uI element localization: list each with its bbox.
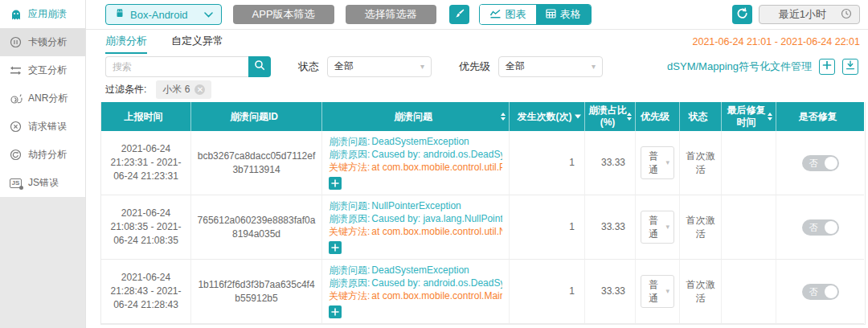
view-toggle: 图表 表格 [479,4,592,25]
sidebar-item-lag-analysis[interactable]: 卡顿分析 [0,28,85,56]
crash-problem-link[interactable]: DeadSystemException [371,264,469,276]
view-table-label: 表格 [560,7,581,22]
col-header-occurrences[interactable]: 发生次数(次) [510,102,585,131]
col-header-crash-problem[interactable]: 崩溃问题 [322,102,510,131]
refresh-button[interactable] [732,5,752,24]
cell-crash-problem: 崩溃问题:NullPointerException 崩溃原因:Caused by… [322,195,510,260]
app-root: 应用崩溃 卡顿分析 交互分析 ANR分析 请求错误 [0,0,868,328]
col-header-last-fix-time[interactable]: 最后修复时间 [722,102,776,131]
priority-row-select[interactable]: 普通▾ [641,146,674,180]
priority-select[interactable]: 全部 ▾ [498,56,603,77]
time-range-button[interactable]: 最近1小时 [759,5,860,24]
circular-arrow-icon [9,149,23,161]
priority-select-value: 全部 [506,59,525,73]
table-header-row: 上报时间 崩溃问题ID 崩溃问题 发生次数(次) 崩溃占比(%) 优先级 状态 [101,102,865,131]
chevron-down-icon: ▾ [592,62,596,71]
cell-last-fix-time [722,131,776,195]
cell-is-fixed: 否 [776,195,864,260]
expand-row-button[interactable] [329,305,342,318]
refresh-icon [736,7,748,22]
expand-row-button[interactable] [329,241,342,254]
tab-crash-analysis[interactable]: 崩溃分析 [105,30,147,54]
cell-occurrences: 1 [510,131,585,195]
sidebar-item-label: ANR分析 [28,92,68,105]
app-version-filter-button[interactable]: APP版本筛选 [233,5,334,24]
app-select-value: Box-Android [130,9,188,21]
pause-circle-icon [9,36,23,48]
snail-icon [9,93,23,105]
sidebar-item-hijack-analysis[interactable]: 劫持分析 [0,141,85,169]
toggle-knob [825,285,837,298]
sort-icon[interactable] [627,113,632,121]
cell-priority: 普通▾ [636,195,680,260]
priority-row-select[interactable]: 普通▾ [641,275,674,309]
cell-is-fixed: 否 [776,131,864,195]
col-header-crash-percent[interactable]: 崩溃占比(%) [585,102,636,131]
close-icon[interactable]: ✕ [194,84,205,95]
sort-icon[interactable] [768,113,772,121]
table-grid-icon [546,9,556,21]
add-symbol-file-button[interactable] [819,59,835,75]
sidebar-item-label: 请求错误 [28,120,67,133]
expand-row-button[interactable] [329,177,342,190]
sidebar-item-label: 劫持分析 [28,148,67,162]
cell-report-time: 2021-06-24 21:08:35 - 2021-06-24 21:08:3… [101,195,191,260]
toggle-knob [825,221,837,234]
plus-icon [331,306,339,318]
view-chart-label: 图表 [506,7,526,22]
crash-problem-link[interactable]: NullPointerException [371,200,461,211]
cell-status: 首次激活 [680,260,722,324]
tab-custom-exception[interactable]: 自定义异常 [171,30,223,54]
sidebar-item-anr-analysis[interactable]: ANR分析 [0,84,85,113]
priority-row-select[interactable]: 普通▾ [641,211,674,244]
chevron-down-icon: ▾ [665,222,669,232]
cell-last-fix-time [722,195,776,260]
sort-icon[interactable] [501,113,506,121]
clear-filter-brush-button[interactable] [449,5,469,24]
filter-caret-icon[interactable] [575,115,581,119]
col-header-is-fixed: 是否修复 [776,102,864,131]
cell-issue-id: 1b116f2f6d3f3b7aa635c4f4b55912b5 [191,260,322,324]
ghost-icon [9,8,23,21]
search-button[interactable] [248,56,271,77]
sidebar-item-request-error[interactable]: 请求错误 [0,113,85,141]
sidebar-item-label: 交互分析 [28,64,67,77]
cell-report-time: 2021-06-24 21:23:31 - 2021-06-24 21:23:3… [101,131,191,195]
filter-tag-device: 小米 6 ✕ [156,80,211,99]
chevron-down-icon: ▾ [420,62,424,71]
view-table-button[interactable]: 表格 [536,5,591,24]
app-select[interactable]: Box-Android [105,4,222,25]
col-header-issue-id: 崩溃问题ID [191,102,322,131]
cell-status: 首次激活 [680,195,722,260]
sidebar-item-interaction-analysis[interactable]: 交互分析 [0,56,85,84]
search-icon [254,59,265,73]
table-row: 2021-06-24 21:08:35 - 2021-06-24 21:08:3… [101,195,865,260]
status-label: 状态 [298,59,319,74]
sidebar-item-js-error[interactable]: JS JS错误 [0,169,85,197]
chevron-down-icon: ▾ [665,286,669,297]
dsym-mapping-link[interactable]: dSYM/Mapping符号化文件管理 [667,59,812,74]
crash-problem-link[interactable]: DeadSystemException [371,136,469,147]
fixed-toggle[interactable]: 否 [802,284,839,300]
choose-filter-button[interactable]: 选择筛选器 [346,5,436,24]
col-header-report-time: 上报时间 [101,102,191,131]
brush-icon [453,8,465,22]
cell-status: 首次激活 [680,131,722,195]
view-chart-button[interactable]: 图表 [480,5,536,24]
plus-icon [331,242,339,254]
sidebar-filler [0,197,85,328]
sidebar-item-label: JS错误 [28,176,59,190]
filter-bar: 状态 全部 ▾ 优先级 全部 ▾ dSYM/Mapping符号化文件管理 [86,53,868,80]
fixed-toggle[interactable]: 否 [802,219,839,236]
clock-icon [841,8,852,22]
fixed-toggle[interactable]: 否 [802,155,839,171]
crash-table: 上报时间 崩溃问题ID 崩溃问题 发生次数(次) 崩溃占比(%) 优先级 状态 [100,102,866,325]
date-range-text: 2021-06-24 21:01 - 2021-06-24 22:01 [693,36,861,47]
filter-conditions: 过滤条件: 小米 6 ✕ [86,80,868,99]
download-symbol-file-button[interactable] [842,59,858,75]
search-input[interactable] [105,56,248,77]
status-select[interactable]: 全部 ▾ [327,56,432,77]
cell-issue-id: 765612a060239e8883faf0a8194a035d [191,195,322,260]
sidebar-item-app-crash[interactable]: 应用崩溃 [0,0,85,28]
cell-priority: 普通▾ [636,131,680,195]
